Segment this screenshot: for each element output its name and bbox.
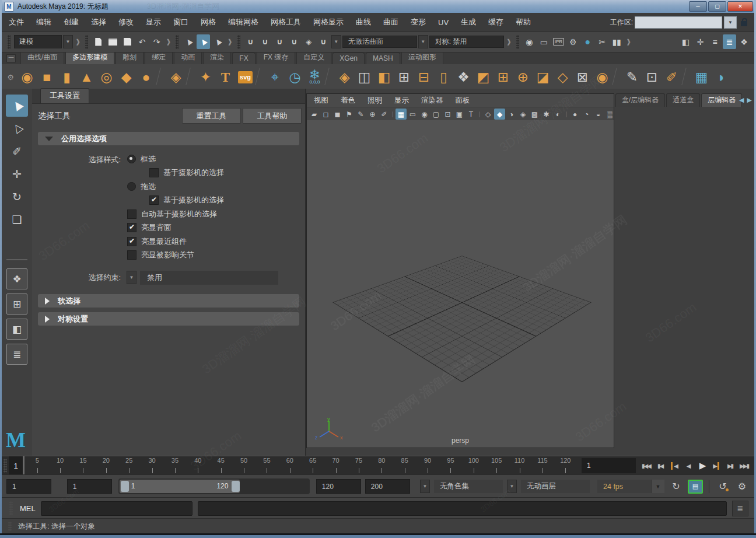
current-frame-indicator[interactable]: 1 bbox=[9, 456, 24, 475]
viewport-menu-item[interactable]: 显示 bbox=[394, 96, 409, 106]
playback-start-field[interactable]: 1 bbox=[6, 479, 51, 494]
anim-layer-select[interactable]: 无动画层 bbox=[521, 480, 590, 493]
pause-viewport-icon[interactable]: ▮▮ bbox=[610, 34, 624, 49]
open-scene-icon[interactable] bbox=[106, 34, 120, 49]
reset-tool-button[interactable]: 重置工具 bbox=[182, 108, 241, 124]
film-gate-icon[interactable]: ▭ bbox=[407, 109, 418, 120]
camcorder-icon[interactable]: ▰ bbox=[309, 109, 320, 120]
quad-draw-icon[interactable]: ◪ bbox=[533, 66, 552, 88]
select-tool[interactable]: ▶ bbox=[6, 95, 28, 117]
statusline-grip[interactable] bbox=[516, 35, 519, 49]
timeline-ticks[interactable]: 5101520253035404550556065707580859095100… bbox=[24, 456, 578, 475]
menu-item[interactable]: UV bbox=[438, 18, 449, 27]
auto-keyframe-icon[interactable]: ↺ bbox=[715, 480, 730, 494]
lasso-select-tool[interactable]: ▷ bbox=[6, 117, 28, 139]
menu-item[interactable]: 曲线 bbox=[356, 17, 371, 27]
rotate-tool[interactable]: ↻ bbox=[6, 186, 28, 208]
svg-tool-icon[interactable]: svg bbox=[236, 66, 255, 88]
zoom-select-icon[interactable]: ⊕ bbox=[367, 109, 378, 120]
play-backwards-button[interactable]: ◀ bbox=[681, 458, 695, 473]
step-forward-key-button[interactable]: ▶ bbox=[709, 458, 723, 473]
section-collapse-icon[interactable]: ❱ bbox=[164, 38, 172, 46]
uv-texture-icon[interactable]: ▦ bbox=[692, 66, 711, 88]
viewport-menu-item[interactable]: 着色 bbox=[341, 96, 355, 106]
outliner-layout-button[interactable]: ≣ bbox=[6, 344, 27, 365]
fps-dropdown-icon[interactable]: ▼ bbox=[651, 480, 664, 493]
viewport-menu-item[interactable]: 面板 bbox=[456, 96, 470, 106]
maximize-button[interactable]: ▢ bbox=[708, 1, 726, 12]
camera-key-icon[interactable]: ◻ bbox=[320, 109, 331, 120]
select-hierarchy-icon[interactable]: ▶ bbox=[182, 34, 195, 49]
shelf-tab[interactable]: 动画 bbox=[174, 51, 202, 64]
two-pane-layout-button[interactable]: ◧ bbox=[6, 319, 27, 340]
channel-box-icon[interactable]: ≡ bbox=[708, 34, 722, 49]
selection-option[interactable]: 拖选 bbox=[127, 180, 305, 194]
grid-toggle-icon[interactable]: ▦ bbox=[396, 109, 407, 120]
range-start-handle[interactable] bbox=[121, 481, 129, 492]
checkbox-unchecked[interactable] bbox=[127, 209, 136, 219]
section-collapse-icon[interactable]: ❱ bbox=[74, 38, 82, 46]
redo-icon[interactable]: ↷ bbox=[150, 34, 163, 49]
menu-item[interactable]: 帮助 bbox=[516, 17, 531, 27]
active-surface-field[interactable]: 无激活曲面 bbox=[342, 36, 417, 48]
multi-cut-icon[interactable]: ❖ bbox=[454, 66, 473, 88]
playblast-clip-icon[interactable]: ▤ bbox=[688, 480, 703, 494]
menu-item[interactable]: 变形 bbox=[411, 17, 426, 27]
snap-point-icon[interactable]: ∪ bbox=[273, 34, 286, 49]
smooth-icon[interactable]: ◇ bbox=[553, 66, 572, 88]
menu-item[interactable]: 网格工具 bbox=[271, 17, 301, 27]
playback-loop-icon[interactable]: ↻ bbox=[668, 480, 684, 494]
checkbox-unchecked[interactable] bbox=[127, 250, 136, 260]
poly-disc-icon[interactable]: ● bbox=[136, 66, 156, 88]
constraint-value[interactable]: 禁用 bbox=[140, 271, 278, 285]
mel-input[interactable] bbox=[41, 501, 192, 516]
textured-icon[interactable]: ◑ bbox=[506, 109, 517, 120]
selection-option[interactable]: 基于摄影机的选择 bbox=[149, 166, 305, 180]
radio-unchecked[interactable] bbox=[127, 182, 136, 191]
crease-tool-icon[interactable]: ✎ bbox=[622, 66, 642, 88]
playback-end-field[interactable]: 200 bbox=[365, 479, 410, 494]
symmetry-dropdown-icon[interactable]: ▼ bbox=[418, 35, 428, 48]
character-set-select[interactable]: 无角色集 bbox=[434, 480, 503, 493]
symmetry-field[interactable]: 对称: 禁用 bbox=[429, 36, 504, 48]
checker-icon[interactable]: ▩ bbox=[529, 109, 540, 120]
motion-blur-icon[interactable]: ◔ bbox=[581, 109, 592, 120]
menu-item[interactable]: 曲面 bbox=[383, 17, 398, 27]
snap-projected-center-icon[interactable]: ∪ bbox=[288, 34, 301, 49]
selection-option[interactable]: 基于摄影机的选择 bbox=[149, 194, 305, 208]
mel-result-field[interactable] bbox=[198, 501, 727, 516]
select-object-icon[interactable]: ▶ bbox=[197, 34, 210, 49]
timeline-grip[interactable] bbox=[4, 459, 7, 473]
render-settings-icon[interactable]: ⚙ bbox=[566, 34, 580, 49]
gate-mask-icon[interactable]: ▢ bbox=[430, 109, 442, 120]
selection-option[interactable]: 亮显最近组件 bbox=[127, 235, 305, 249]
viewport-menu-item[interactable]: 渲染器 bbox=[421, 96, 443, 106]
new-scene-icon[interactable] bbox=[92, 34, 105, 49]
anim-layer-dropdown-icon[interactable]: ▼ bbox=[507, 480, 517, 493]
current-time-field[interactable]: 1 bbox=[582, 458, 636, 473]
statusline-grip[interactable] bbox=[176, 35, 178, 49]
panel-tab[interactable]: 盒/层编辑器 bbox=[615, 93, 665, 107]
menu-item[interactable]: 编辑 bbox=[36, 17, 51, 27]
menuset-select[interactable]: 建模 bbox=[14, 35, 62, 48]
panel-tab[interactable]: 层编辑器 bbox=[701, 93, 742, 107]
viewport-panel[interactable]: 视图着色照明显示渲染器面板 ▰◻◼⚑✎⊕✐∣▦▭◉▢⊡▣T∣◇◆◑◈▩✱◐∣●◔… bbox=[306, 93, 614, 448]
ao-icon[interactable]: ● bbox=[569, 109, 580, 120]
shelf-tab[interactable]: 渲染 bbox=[203, 51, 231, 64]
shelf-tab[interactable]: XGen bbox=[332, 53, 365, 64]
shelf-tab[interactable]: 多边形建模 bbox=[65, 51, 114, 64]
soft-selection-header[interactable]: 软选择 bbox=[38, 294, 299, 308]
radio-checked[interactable] bbox=[127, 155, 136, 163]
checkbox-checked[interactable] bbox=[149, 195, 159, 205]
poly-torus-icon[interactable]: ◎ bbox=[97, 66, 116, 88]
render-sequence-icon[interactable]: ✂ bbox=[596, 34, 609, 49]
character-controls-icon[interactable]: ✛ bbox=[694, 34, 707, 49]
viewport-menu-item[interactable]: 视图 bbox=[314, 96, 328, 106]
shelf-tab[interactable]: FX bbox=[232, 53, 255, 64]
checkbox-checked[interactable] bbox=[127, 237, 136, 246]
select-component-icon[interactable]: ▶ bbox=[211, 34, 225, 49]
selection-option[interactable]: 框选 bbox=[127, 152, 305, 166]
statusline-grip[interactable] bbox=[85, 35, 88, 49]
type-tool-icon[interactable]: T bbox=[216, 66, 235, 88]
menu-item[interactable]: 选择 bbox=[91, 17, 106, 27]
